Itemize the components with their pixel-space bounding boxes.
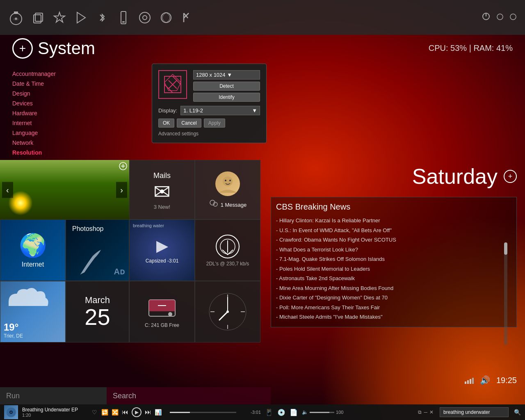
- photo-slider-tile[interactable]: ‹ ›: [0, 160, 129, 219]
- svg-point-11: [143, 16, 147, 20]
- news-item-1: - Hillary Clinton: Karzai Is a Reliable …: [276, 216, 511, 226]
- photoshop-tile[interactable]: Photoshop Aᴅ: [66, 219, 129, 281]
- sidebar-item-devices[interactable]: Devices: [12, 99, 70, 107]
- svg-point-22: [225, 180, 226, 181]
- ok-button[interactable]: OK: [158, 119, 174, 128]
- media-restore-icon[interactable]: ⧉: [418, 409, 422, 415]
- media-progress-bar[interactable]: [170, 412, 236, 413]
- message-tile[interactable]: 1 Message: [195, 160, 260, 219]
- advanced-settings-link[interactable]: Advanced settings: [158, 131, 260, 137]
- sidebar-item-datetime[interactable]: Date & Time: [12, 80, 70, 88]
- sidebar-item-language[interactable]: Language: [12, 129, 70, 137]
- media-minimize-icon[interactable]: ─: [424, 409, 427, 415]
- resolution-dropdown[interactable]: 525 x 420 ▼: [193, 70, 260, 80]
- download-icon: [213, 234, 242, 259]
- download-label: 2DL's @ 230,7 kb/s: [206, 261, 249, 267]
- shuffle-icon[interactable]: 🔀: [112, 409, 119, 415]
- identify-button[interactable]: Identify: [193, 93, 260, 102]
- calendar-tile[interactable]: March 25: [66, 281, 129, 342]
- svg-point-30: [168, 312, 172, 316]
- toolbar-icons: DVD: [8, 10, 194, 25]
- svg-marker-7: [77, 12, 85, 23]
- internet-tile[interactable]: 🌍 Internet: [0, 219, 66, 281]
- svg-text:DVD: DVD: [14, 18, 19, 21]
- dvd-icon[interactable]: DVD: [8, 10, 24, 25]
- system-plus-button[interactable]: +: [12, 38, 33, 59]
- play-pause-button[interactable]: ▶: [132, 407, 142, 417]
- twitter-icon[interactable]: [180, 11, 194, 25]
- video-tile[interactable]: ▶ Capsized -3:01 breathing water: [129, 219, 195, 281]
- volume-icon[interactable]: 🔊: [480, 375, 490, 385]
- sidebar-item-design[interactable]: Design: [12, 89, 70, 98]
- prev-button[interactable]: ⏮: [122, 409, 128, 416]
- ps-label: Photoshop: [68, 222, 108, 236]
- news-item-3: - Crawford: Obama Wants No Fight Over SC…: [276, 235, 511, 245]
- play-icon[interactable]: [74, 11, 88, 25]
- news-item-2: - U.S.: In Event of WMD Attack, "All Bet…: [276, 226, 511, 235]
- media-player-bar: Breathing Underwater EP 1:20 ♡ 🔁 🔀 ⏮ ▶ ⏭…: [0, 404, 525, 420]
- disc-icon[interactable]: 💿: [277, 409, 285, 416]
- svg-rect-9: [122, 21, 125, 23]
- system-title-group: + System: [12, 38, 95, 59]
- close-icon[interactable]: [509, 12, 517, 23]
- next-button[interactable]: ⏭: [145, 409, 151, 416]
- download-tile[interactable]: 2DL's @ 230,7 kb/s: [195, 219, 260, 281]
- photo-add-button[interactable]: [119, 162, 127, 172]
- search-input[interactable]: [107, 387, 271, 404]
- media-close-icon[interactable]: ✕: [429, 409, 434, 415]
- volume-speaker-icon: 🔈: [302, 409, 308, 415]
- copy-icon[interactable]: [31, 11, 45, 25]
- dialog-action-buttons: OK Cancel Apply: [158, 119, 260, 128]
- minimize-icon[interactable]: [496, 12, 504, 23]
- favorite-icon[interactable]: ♡: [92, 409, 97, 415]
- media-controls: 🔁 🔀 ⏮ ▶ ⏭ 📊: [101, 407, 162, 417]
- svg-point-15: [497, 14, 503, 20]
- phone-device-icon[interactable]: 📱: [265, 409, 273, 416]
- steam-icon[interactable]: [138, 11, 152, 25]
- media-search-icon[interactable]: 🔍: [514, 409, 521, 415]
- eq-icon[interactable]: 📊: [155, 409, 162, 415]
- resolution-dialog: 525 x 420 ▼ Detect Identify Display: 1…: [152, 64, 267, 143]
- media-track-title: Breathing Underwater EP: [22, 407, 88, 413]
- clock-tile[interactable]: [195, 281, 260, 342]
- cancel-button[interactable]: Cancel: [177, 119, 201, 128]
- photo-prev-button[interactable]: ‹: [2, 182, 13, 198]
- display-dropdown[interactable]: 1. L19-2 ▼: [180, 106, 260, 115]
- media-album-art: [4, 405, 18, 419]
- right-panel: Saturday + CBS Breaking News - Hillary C…: [262, 160, 525, 387]
- system-header: + System CPU: 53% | RAM: 41%: [0, 35, 525, 62]
- volume-value: 100: [336, 410, 343, 415]
- star-icon[interactable]: [52, 11, 66, 25]
- firefox-icon[interactable]: [159, 11, 173, 25]
- sidebar-item-internet[interactable]: Internet: [12, 119, 70, 127]
- repeat-icon[interactable]: 🔁: [101, 409, 108, 415]
- bluetooth-icon[interactable]: [95, 11, 109, 25]
- sidebar-item-hardware[interactable]: Hardware: [12, 109, 70, 117]
- detect-button[interactable]: Detect: [193, 82, 260, 91]
- media-search-input[interactable]: [440, 407, 509, 417]
- lyrics-icon[interactable]: 📄: [290, 409, 298, 416]
- saturday-plus-button[interactable]: +: [504, 170, 517, 183]
- svg-point-16: [510, 14, 516, 20]
- apply-button[interactable]: Apply: [204, 119, 225, 128]
- sidebar-item-accountmanager[interactable]: Accountmanager: [12, 70, 70, 78]
- svg-line-36: [219, 312, 228, 320]
- news-section: CBS Breaking News - Hillary Clinton: Kar…: [271, 197, 517, 327]
- cloud-icon: [0, 281, 58, 314]
- weather-tile[interactable]: 19° Trier, DE: [0, 281, 66, 342]
- news-scrollbar[interactable]: [504, 242, 507, 345]
- news-item-8: - Mine Area Mourning After Missing Bodie…: [276, 283, 511, 293]
- mail-title: Mails: [153, 171, 171, 180]
- sidebar-item-resolution[interactable]: Resolution: [12, 148, 70, 157]
- phone-icon[interactable]: [116, 11, 130, 25]
- volume-slider[interactable]: [310, 412, 334, 413]
- media-current-time: 1:20: [22, 413, 88, 418]
- storage-tile[interactable]: C: 241 GB Free: [129, 281, 195, 342]
- sidebar-item-network[interactable]: Network: [12, 139, 70, 147]
- run-input[interactable]: [0, 387, 107, 404]
- power-icon[interactable]: [482, 12, 491, 23]
- video-subtitle: breathing water: [133, 223, 164, 228]
- photo-next-button[interactable]: ›: [116, 182, 127, 198]
- run-search-bar: [0, 387, 525, 404]
- mail-tile[interactable]: Mails ✉ 3 New!: [129, 160, 195, 219]
